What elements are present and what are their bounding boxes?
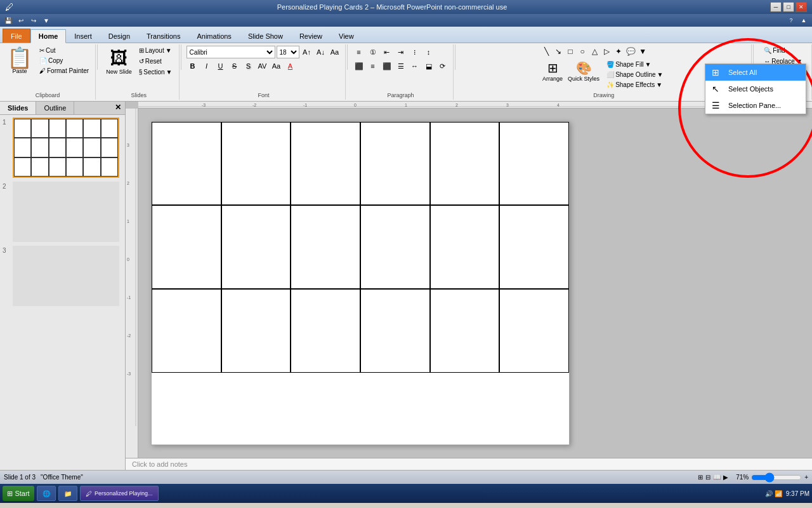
slide-canvas[interactable] <box>151 121 570 445</box>
taskbar-powerpoint[interactable]: 🖊 Personalized Playing... <box>80 486 159 501</box>
save-quick-btn[interactable]: 💾 <box>3 15 14 25</box>
shape-circle[interactable]: ○ <box>577 46 588 57</box>
font-color-button[interactable]: A <box>284 60 297 72</box>
shape-outline-button[interactable]: ⬜ Shape Outline▼ <box>604 70 665 79</box>
strikethrough-button[interactable]: S <box>228 60 241 72</box>
slide-sorter-btn[interactable]: ⊟ <box>705 474 710 481</box>
slide-item-2[interactable]: 2 <box>3 182 122 242</box>
notes-area[interactable]: Click to add notes <box>126 458 812 470</box>
bold-button[interactable]: B <box>187 60 199 72</box>
tab-slideshow[interactable]: Slide Show <box>240 29 291 43</box>
tab-insert[interactable]: Insert <box>66 29 100 43</box>
tab-view[interactable]: View <box>331 29 362 43</box>
shape-arrow[interactable]: ↘ <box>553 46 564 57</box>
italic-button[interactable]: I <box>200 60 213 72</box>
char-spacing-button[interactable]: AV <box>256 60 269 72</box>
restore-button[interactable]: □ <box>783 2 794 12</box>
start-button[interactable]: ⊞ Start <box>3 486 34 501</box>
shape-arrow2[interactable]: ▷ <box>601 46 612 57</box>
underline-button[interactable]: U <box>214 60 227 72</box>
selection-pane-item[interactable]: ☰ Selection Pane... <box>705 97 806 114</box>
tab-review[interactable]: Review <box>291 29 331 43</box>
format-painter-button[interactable]: 🖌 Format Painter <box>37 66 91 76</box>
clear-format-btn[interactable]: Aa <box>329 46 341 58</box>
ribbon-minimize-btn[interactable]: ▲ <box>798 15 809 25</box>
shape-triangle[interactable]: △ <box>589 46 600 57</box>
tab-animations[interactable]: Animations <box>188 29 239 43</box>
align-center-btn[interactable]: ≡ <box>367 60 379 72</box>
reset-button[interactable]: ↺ Reset <box>136 57 175 66</box>
arrange-button[interactable]: ⊞ Arrange <box>540 58 565 91</box>
help-btn[interactable]: ? <box>785 15 797 25</box>
increase-font-btn[interactable]: A↑ <box>301 46 313 58</box>
shape-callout[interactable]: 💬 <box>625 46 636 57</box>
font-group: Calibri 18 A↑ A↓ Aa B I U S S AV Aa <box>183 44 346 100</box>
cut-button[interactable]: ✂ Cut <box>37 46 91 55</box>
line-spacing-button[interactable]: ↕ <box>422 46 435 58</box>
shadow-button[interactable]: S <box>242 60 255 72</box>
bullets-button[interactable]: ≡ <box>353 46 365 58</box>
slide-thumb-2[interactable] <box>13 182 119 242</box>
columns-button[interactable]: ⫶ <box>409 46 421 58</box>
minimize-button[interactable]: ─ <box>770 2 782 12</box>
section-button[interactable]: § Section▼ <box>136 67 175 77</box>
shape-fill-button[interactable]: 🪣 Shape Fill▼ <box>604 60 665 69</box>
font-name-select[interactable]: Calibri <box>187 46 275 58</box>
slide-item-3[interactable]: 3 <box>3 246 122 306</box>
svg-text:0: 0 <box>127 257 129 262</box>
zoom-in-btn[interactable]: + <box>804 474 808 481</box>
close-panel-button[interactable]: ✕ <box>111 102 125 114</box>
shape-effects-button[interactable]: ✨ Shape Effects▼ <box>604 80 665 90</box>
convert-smartart-btn[interactable]: ⟳ <box>436 60 449 72</box>
select-objects-item[interactable]: ↖ Select Objects <box>705 81 806 97</box>
justify-btn[interactable]: ☰ <box>395 60 407 72</box>
slides-tab[interactable]: Slides <box>0 102 36 114</box>
new-slide-button[interactable]: 🖼 New Slide <box>103 46 135 77</box>
undo-quick-btn[interactable]: ↩ <box>15 15 27 25</box>
taskbar-explorer[interactable]: 📁 <box>58 486 77 501</box>
outline-tab[interactable]: Outline <box>36 102 74 114</box>
change-case-button[interactable]: Aa <box>270 60 283 72</box>
taskbar-icons: 🔊 📶 <box>765 490 782 497</box>
align-left-btn[interactable]: ⬛ <box>353 60 365 72</box>
slides-list: 1 <box>0 115 125 470</box>
reading-view-btn[interactable]: 📖 <box>713 474 721 481</box>
decrease-font-btn[interactable]: A↓ <box>315 46 327 58</box>
slide-item-1[interactable]: 1 <box>3 117 122 178</box>
select-all-item[interactable]: ⊞ Select All <box>705 64 806 81</box>
copy-button[interactable]: 📄 Copy <box>37 56 91 65</box>
align-right-btn[interactable]: ⬛ <box>381 60 393 72</box>
quick-styles-button[interactable]: 🎨 Quick Styles <box>566 58 601 91</box>
text-direction-btn[interactable]: ↔ <box>409 60 421 72</box>
slide-canvas-wrapper <box>138 109 812 458</box>
shape-line[interactable]: ╲ <box>540 46 552 57</box>
shape-star[interactable]: ✦ <box>613 46 624 57</box>
close-button[interactable]: ✕ <box>796 2 807 12</box>
find-button[interactable]: 🔍 Find <box>761 46 787 55</box>
numbering-button[interactable]: ① <box>367 46 379 58</box>
customize-quick-btn[interactable]: ▼ <box>41 15 52 25</box>
decrease-indent-btn[interactable]: ⇤ <box>381 46 393 58</box>
zoom-slider[interactable] <box>751 474 802 481</box>
slide-panel: Slides Outline ✕ 1 <box>0 102 126 470</box>
paste-button[interactable]: 📋 Paste <box>4 46 36 90</box>
slide-thumb-3[interactable] <box>13 246 119 306</box>
slide-thumb-1[interactable] <box>13 117 119 178</box>
font-size-select[interactable]: 18 <box>277 46 299 58</box>
shape-rect[interactable]: □ <box>565 46 576 57</box>
align-text-btn[interactable]: ⬓ <box>422 60 435 72</box>
tab-home[interactable]: Home <box>30 29 67 43</box>
tab-design[interactable]: Design <box>100 29 138 43</box>
notes-placeholder: Click to add notes <box>132 460 187 468</box>
slideshow-btn[interactable]: ▶ <box>723 474 728 481</box>
normal-view-btn[interactable]: ⊞ <box>698 474 703 481</box>
tab-transitions[interactable]: Transitions <box>138 29 188 43</box>
tab-file[interactable]: File <box>3 29 30 43</box>
increase-indent-btn[interactable]: ⇥ <box>395 46 407 58</box>
shape-more[interactable]: ▼ <box>637 46 648 57</box>
svg-text:-3: -3 <box>127 371 131 376</box>
layout-button[interactable]: ⊞ Layout▼ <box>136 46 175 55</box>
taskbar-ie[interactable]: 🌐 <box>37 486 56 501</box>
redo-quick-btn[interactable]: ↪ <box>28 15 39 25</box>
clipboard-group: 📋 Paste ✂ Cut 📄 Copy 🖌 Format Painter Cl… <box>0 44 96 100</box>
